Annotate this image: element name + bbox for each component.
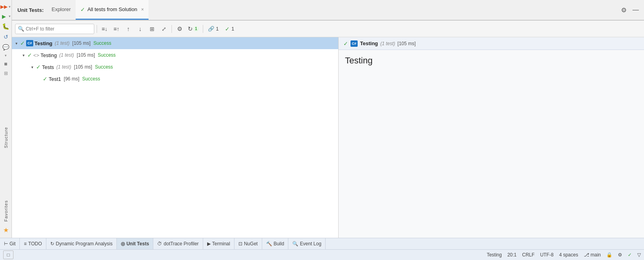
item-meta-2: (1 test)	[56, 64, 71, 70]
run-all-icon[interactable]: ▶▶	[0, 2, 8, 11]
run-all-button-row[interactable]: ▶▶ ▾	[0, 2, 11, 11]
run-button-row[interactable]: ▶ ▾	[0, 12, 11, 21]
check-2: ✓	[36, 64, 41, 70]
nuget-label: NuGet	[244, 241, 258, 247]
search-icon: 🔍	[18, 26, 24, 32]
tab-all-tests[interactable]: ✓ All tests from Solution ×	[76, 0, 149, 20]
linked-count-button[interactable]: 🔗 1	[206, 24, 221, 34]
linked-count: 1	[216, 26, 219, 32]
status-tab-dpa[interactable]: ↻ Dynamic Program Analysis	[46, 238, 117, 249]
status-check2-icon: ✓	[628, 252, 632, 258]
layers-icon[interactable]: ⊞	[2, 69, 10, 78]
terminal-label: Terminal	[212, 241, 230, 247]
filter-desc-button[interactable]: ≡↓	[99, 24, 110, 34]
item-status-0: Success	[93, 40, 111, 46]
structure-section: Structure	[0, 78, 11, 197]
status-context: Testing	[487, 252, 502, 258]
debug-icon[interactable]: 🐛	[2, 22, 10, 31]
status-info-row: □ Testing 20:1 CRLF UTF-8 4 spaces ⎇ mai…	[0, 250, 644, 260]
angle-icon-1: <>	[33, 52, 39, 58]
refresh-badge-icon: ↻	[188, 25, 193, 32]
dpa-icon: ↻	[50, 241, 54, 247]
minimize-button[interactable]: —	[631, 5, 641, 15]
status-encoding: UTF-8	[540, 252, 554, 258]
check-3: ✓	[43, 76, 48, 82]
left-sidebar: ▶▶ ▾ ▶ ▾ 🐛 ↺ 💬 ▾ ■ ⊞ Structure Favorites…	[0, 0, 12, 238]
tree-row-0[interactable]: ▾ ✓ C# Testing (1 test) [105 ms] Success	[12, 37, 338, 49]
expand-arrow-1[interactable]: ▾	[21, 52, 26, 58]
build-label: Build	[274, 241, 284, 247]
status-settings2-icon[interactable]: ⚙	[618, 252, 622, 258]
detail-panel: ✓ C# Testing (1 test) [105 ms] Testing	[339, 37, 644, 238]
terminal-icon: ▶	[207, 241, 211, 247]
tree-row-2[interactable]: ▾ ✓ Tests (1 test) [105 ms] Success	[12, 61, 338, 73]
status-tab-nuget[interactable]: ⊡ NuGet	[234, 238, 262, 249]
group-button[interactable]: ⊞	[147, 24, 157, 34]
tab-bar: Unit Tests: Explorer ✓ All tests from So…	[12, 0, 644, 21]
eventlog-label: Event Log	[300, 241, 321, 247]
filter-asc-button[interactable]: ≡↑	[111, 24, 122, 34]
git-label: Git	[10, 241, 15, 247]
status-tab-unit-tests[interactable]: ◎ Unit Tests	[117, 238, 153, 249]
star-icon[interactable]: ★	[3, 226, 9, 234]
item-meta-0: (1 test)	[55, 40, 69, 46]
status-tab-dottrace[interactable]: ⏱ dotTrace Profiler	[153, 238, 203, 249]
search-input[interactable]	[26, 26, 91, 32]
settings-button[interactable]: ⚙	[619, 5, 629, 15]
stop-icon[interactable]: ■	[2, 59, 10, 68]
dpa-label: Dynamic Program Analysis	[56, 241, 112, 247]
item-timing-2: [105 ms]	[74, 64, 92, 70]
item-timing-3: [96 ms]	[64, 76, 79, 82]
comment-dropdown[interactable]: ▾	[4, 52, 8, 59]
content-split: ▾ ✓ C# Testing (1 test) [105 ms] Success…	[12, 37, 644, 238]
expand-arrow-2[interactable]: ▾	[29, 64, 35, 70]
tab-spacer	[149, 0, 615, 20]
tab-explorer[interactable]: Explorer	[47, 0, 75, 20]
tree-panel: ▾ ✓ C# Testing (1 test) [105 ms] Success…	[12, 37, 339, 238]
favorites-section: Favorites ★	[3, 197, 9, 238]
git-icon: ⊢	[4, 241, 8, 247]
move-up-button[interactable]: ↑	[123, 24, 133, 34]
status-tab-git[interactable]: ⊢ Git	[0, 238, 20, 249]
bottom-left-icon[interactable]: □	[3, 250, 13, 259]
status-tab-build[interactable]: 🔨 Build	[262, 238, 289, 249]
main-area: Unit Tests: Explorer ✓ All tests from So…	[12, 0, 644, 238]
tab-close-button[interactable]: ×	[141, 7, 144, 12]
status-bar: ⊢ Git ≡ TODO ↻ Dynamic Program Analysis …	[0, 238, 644, 260]
comment-icon[interactable]: 💬	[2, 43, 10, 52]
refresh-icon[interactable]: ↺	[2, 32, 10, 41]
item-name-2: Tests	[42, 64, 54, 70]
refresh-badge-button[interactable]: ↻ 1	[186, 24, 200, 34]
sep3	[203, 25, 203, 33]
check-1: ✓	[27, 52, 32, 58]
toolbar-settings-button[interactable]: ⚙	[174, 24, 185, 34]
move-down-button[interactable]: ↓	[135, 24, 145, 34]
todo-icon: ≡	[24, 241, 27, 247]
tab-check-icon: ✓	[80, 6, 85, 13]
nuget-icon: ⊡	[238, 241, 242, 247]
sep1	[97, 25, 97, 33]
item-timing-0: [105 ms]	[72, 40, 91, 46]
status-tab-eventlog[interactable]: 🔍 Event Log	[288, 238, 326, 249]
tree-row-3[interactable]: ✓ Test1 [96 ms] Success	[12, 73, 338, 85]
search-box[interactable]: 🔍	[15, 24, 94, 34]
check-count-button[interactable]: ✓ 1	[223, 24, 236, 34]
status-tab-todo[interactable]: ≡ TODO	[20, 238, 46, 249]
cs-icon-0: C#	[26, 40, 33, 46]
status-tab-terminal[interactable]: ▶ Terminal	[203, 238, 234, 249]
item-status-2: Success	[95, 64, 113, 70]
status-position: 20:1	[507, 252, 516, 258]
status-arrow-icon[interactable]: ▽	[637, 252, 641, 258]
item-timing-1: [105 ms]	[77, 52, 95, 58]
expand-arrow-0[interactable]: ▾	[13, 40, 19, 46]
tool-tabs-row: ⊢ Git ≡ TODO ↻ Dynamic Program Analysis …	[0, 238, 644, 250]
expand-button[interactable]: ⤢	[159, 24, 169, 34]
tree-row-1[interactable]: ▾ ✓ <> Testing (1 test) [105 ms] Success	[12, 49, 338, 61]
status-right-items: Testing 20:1 CRLF UTF-8 4 spaces ⎇ main …	[487, 252, 641, 258]
detail-header-name: Testing	[360, 40, 378, 46]
run-icon[interactable]: ▶	[0, 12, 8, 21]
unit-tests-tab-label: Unit Tests	[126, 241, 149, 247]
dottrace-icon: ⏱	[157, 241, 162, 247]
run-dropdown[interactable]: ▾	[8, 12, 11, 21]
run-all-dropdown[interactable]: ▾	[8, 2, 11, 11]
